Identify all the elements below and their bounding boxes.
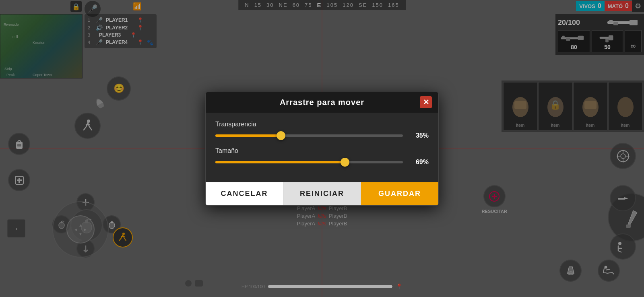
close-icon: ✕ (423, 98, 429, 107)
modal-close-button[interactable]: ✕ (420, 96, 432, 108)
tamano-track-container: 69% (215, 159, 429, 166)
tamano-label: Tamaño (215, 147, 429, 155)
transparencia-value: 35% (409, 132, 429, 139)
reiniciar-button[interactable]: REINICIAR (283, 182, 361, 205)
tamano-fill (215, 161, 345, 163)
transparencia-track[interactable] (215, 134, 403, 137)
transparencia-track-container: 35% (215, 132, 429, 139)
modal-footer: CANCELAR REINICIAR GUARDAR (206, 182, 438, 205)
tamano-slider-row: Tamaño 69% (215, 147, 429, 166)
modal-title: Arrastre para mover (280, 98, 364, 107)
modal-dialog: Arrastre para mover ✕ Transparencia 35% … (205, 92, 439, 206)
transparencia-thumb[interactable] (277, 131, 285, 140)
tamano-thumb[interactable] (341, 158, 349, 167)
tamano-value: 69% (409, 159, 429, 166)
cancelar-button[interactable]: CANCELAR (206, 182, 283, 205)
transparencia-slider-row: Transparencia 35% (215, 121, 429, 139)
tamano-track[interactable] (215, 161, 403, 163)
transparencia-fill (215, 134, 281, 137)
modal-overlay: Arrastre para mover ✕ Transparencia 35% … (0, 0, 644, 297)
guardar-button[interactable]: GUARDAR (361, 182, 438, 205)
modal-header: Arrastre para mover ✕ (206, 92, 438, 113)
modal-body: Transparencia 35% Tamaño 69% (206, 113, 438, 182)
transparencia-label: Transparencia (215, 121, 429, 128)
